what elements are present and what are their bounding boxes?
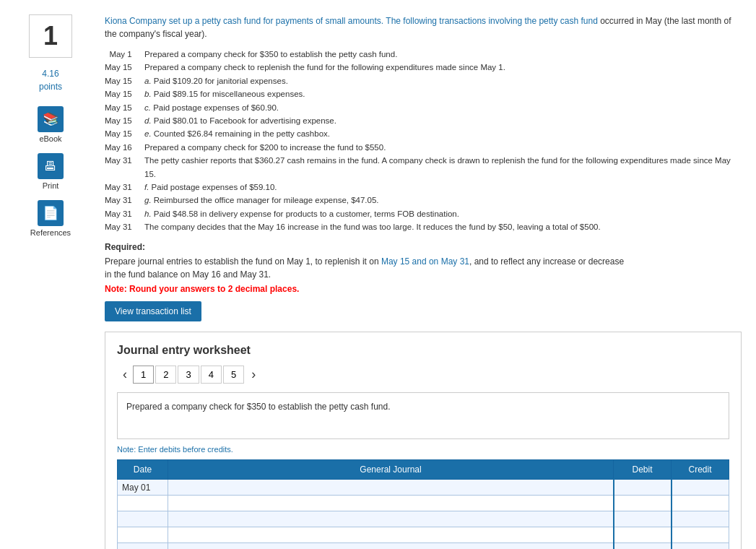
required-section: Required: Prepare journal entries to est…	[105, 242, 742, 294]
instruction-box: Prepared a company check for $350 to est…	[117, 392, 729, 439]
gj-cell[interactable]	[168, 527, 614, 543]
credit-input[interactable]	[672, 496, 729, 511]
note-credits: Note: Enter debits before credits.	[117, 445, 729, 454]
prev-page-button[interactable]: ‹	[117, 367, 133, 382]
debit-column-header: Debit	[614, 460, 672, 480]
transactions-list: May 1 Prepared a company check for $350 …	[105, 48, 742, 233]
print-icon: 🖶	[38, 153, 64, 179]
debit-input[interactable]	[614, 543, 671, 549]
sidebar: 1 4.16 points 📚 eBook 🖶 Print 📄 Referenc…	[0, 7, 101, 549]
ebook-button[interactable]: 📚 eBook	[38, 106, 64, 143]
list-item: May 31 The company decides that the May …	[105, 220, 742, 233]
debit-input[interactable]	[614, 527, 671, 542]
list-item: May 31 g. Reimbursed the office manager …	[105, 194, 742, 207]
date-column-header: Date	[118, 460, 168, 480]
credit-cell[interactable]	[672, 480, 729, 496]
required-label: Required:	[105, 242, 742, 252]
required-text: Prepare journal entries to establish the…	[105, 255, 742, 281]
debit-input[interactable]	[614, 496, 671, 511]
page-4-button[interactable]: 4	[201, 366, 222, 384]
note-round: Note: Round your answers to 2 decimal pl…	[105, 284, 742, 294]
list-item: May 15 a. Paid $109.20 for janitorial ex…	[105, 74, 742, 87]
pagination: ‹ 1 2 3 4 5 ›	[117, 366, 729, 384]
references-label: References	[30, 228, 71, 237]
debit-cell[interactable]	[614, 543, 672, 549]
table-row: May 01	[118, 480, 729, 496]
list-item: May 15 d. Paid $80.01 to Facebook for ad…	[105, 114, 742, 127]
date-cell	[118, 543, 168, 549]
gj-input[interactable]	[168, 480, 613, 495]
credit-input[interactable]	[672, 527, 729, 542]
debit-cell[interactable]	[614, 527, 672, 543]
debit-cell[interactable]	[614, 480, 672, 496]
gj-cell[interactable]	[168, 480, 614, 496]
gj-cell[interactable]	[168, 511, 614, 527]
list-item: May 16 Prepared a company check for $200…	[105, 141, 742, 154]
gj-column-header: General Journal	[168, 460, 614, 480]
credit-cell[interactable]	[672, 543, 729, 549]
intro-paragraph: Kiona Company set up a petty cash fund f…	[105, 14, 742, 40]
debit-input[interactable]	[614, 480, 671, 495]
page-1-button[interactable]: 1	[133, 366, 154, 384]
view-transaction-button[interactable]: View transaction list	[105, 301, 201, 321]
list-item: May 31 The petty cashier reports that $3…	[105, 154, 742, 181]
list-item: May 15 c. Paid postage expenses of $60.9…	[105, 101, 742, 114]
journal-table: Date General Journal Debit Credit May 01	[117, 459, 729, 549]
points-value: 4.16	[42, 69, 58, 79]
credit-input[interactable]	[672, 480, 729, 495]
table-row	[118, 511, 729, 527]
list-item: May 31 h. Paid $48.58 in delivery expens…	[105, 207, 742, 220]
references-button[interactable]: 📄 References	[30, 200, 71, 237]
print-button[interactable]: 🖶 Print	[38, 153, 64, 190]
worksheet-title: Journal entry worksheet	[117, 344, 729, 357]
list-item: May 15 Prepared a company check to reple…	[105, 61, 742, 74]
main-content: Kiona Company set up a petty cash fund f…	[101, 7, 756, 549]
points-unit: points	[39, 82, 62, 92]
gj-input[interactable]	[168, 527, 613, 542]
gj-input[interactable]	[168, 511, 613, 527]
list-item: May 15 b. Paid $89.15 for miscellaneous …	[105, 87, 742, 100]
list-item: May 31 f. Paid postage expenses of $59.1…	[105, 181, 742, 194]
credit-cell[interactable]	[672, 527, 729, 543]
table-row	[118, 543, 729, 549]
ebook-icon: 📚	[38, 106, 64, 132]
next-page-button[interactable]: ›	[246, 367, 261, 382]
page-3-button[interactable]: 3	[178, 366, 199, 384]
list-item: May 1 Prepared a company check for $350 …	[105, 48, 742, 61]
credit-cell[interactable]	[672, 496, 729, 511]
table-row	[118, 496, 729, 511]
references-icon: 📄	[38, 200, 64, 226]
worksheet-container: Journal entry worksheet ‹ 1 2 3 4 5 › Pr…	[105, 332, 742, 549]
credit-column-header: Credit	[672, 460, 729, 480]
ebook-label: eBook	[39, 134, 61, 143]
gj-cell[interactable]	[168, 543, 614, 549]
page-5-button[interactable]: 5	[223, 366, 244, 384]
credit-input[interactable]	[672, 543, 729, 549]
debit-input[interactable]	[614, 511, 671, 527]
date-cell: May 01	[118, 480, 168, 496]
credit-input[interactable]	[672, 511, 729, 527]
print-label: Print	[43, 181, 59, 190]
debit-cell[interactable]	[614, 496, 672, 511]
date-cell	[118, 527, 168, 543]
debit-cell[interactable]	[614, 511, 672, 527]
credit-cell[interactable]	[672, 511, 729, 527]
page-2-button[interactable]: 2	[155, 366, 176, 384]
gj-input[interactable]	[168, 496, 613, 511]
date-cell	[118, 511, 168, 527]
table-row	[118, 527, 729, 543]
date-cell	[118, 496, 168, 511]
gj-input[interactable]	[168, 543, 613, 549]
gj-cell[interactable]	[168, 496, 614, 511]
list-item: May 15 e. Counted $26.84 remaining in th…	[105, 127, 742, 140]
problem-number: 1	[29, 14, 72, 58]
